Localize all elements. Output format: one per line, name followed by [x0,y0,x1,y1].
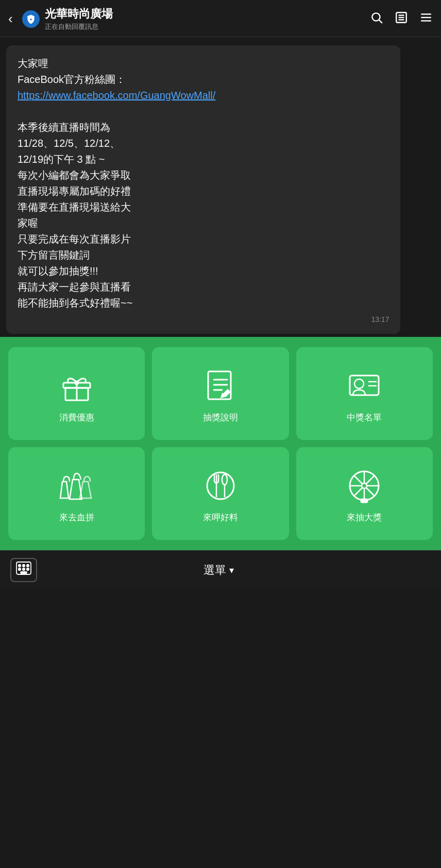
menu-item-lucky-draw[interactable]: 來抽大獎 [296,447,433,540]
svg-point-22 [207,472,234,499]
back-button[interactable]: ‹ [8,9,17,29]
food-icon [202,467,239,504]
lottery-info-label: 抽獎說明 [203,412,238,423]
menu-arrow-icon: ▾ [229,565,234,576]
wheel-icon [346,467,383,504]
menu-item-shopping[interactable]: 來去血拼 [8,447,145,540]
shield-star-icon: ★ [26,14,36,24]
shopping-label: 來去血拼 [59,512,94,523]
svg-point-1 [372,13,380,21]
svg-line-34 [354,475,363,484]
bottom-bar: 選單 ▾ [0,550,441,589]
svg-line-36 [366,475,375,484]
message-timestamp: 13:17 [18,315,389,324]
search-button[interactable] [370,11,383,27]
checklist-icon [202,367,239,404]
menu-button-label: 選單 [203,563,226,578]
channel-avatar: ★ [22,10,40,28]
food-label: 來呷好料 [203,512,238,523]
header-left: ‹ ★ 光華時尚廣場 正在自動回覆訊息 [8,6,113,31]
svg-line-35 [366,487,375,496]
svg-rect-44 [23,568,25,570]
message-content: 大家哩 FaceBook官方粉絲團： https://www.facebook.… [18,56,389,311]
svg-rect-45 [27,568,29,570]
quick-menu-section: 消費優惠 抽獎說明 [0,337,441,550]
channel-title: 光華時尚廣場 [45,6,113,22]
shopping-bags-icon [58,467,95,504]
id-card-icon [346,367,383,404]
menu-item-food[interactable]: 來呷好料 [152,447,289,540]
svg-line-2 [379,20,382,23]
svg-rect-43 [19,568,21,570]
header: ‹ ★ 光華時尚廣場 正在自動回覆訊息 [0,0,441,37]
header-text: 光華時尚廣場 正在自動回覆訊息 [45,6,113,31]
winners-label: 中獎名單 [347,412,382,423]
message-greeting: 大家哩 [18,58,48,69]
svg-line-37 [354,487,363,496]
facebook-link[interactable]: https://www.facebook.com/GuangWowMall/ [18,90,215,101]
svg-point-19 [354,379,364,388]
svg-rect-38 [361,499,367,502]
chat-area: 大家哩 FaceBook官方粉絲團： https://www.facebook.… [0,37,441,334]
header-actions [370,11,433,27]
menu-item-winners[interactable]: 中獎名單 [296,347,433,440]
facebook-label: FaceBook官方粉絲團： [18,74,126,85]
hamburger-menu-button[interactable] [419,11,433,27]
svg-point-27 [222,474,227,485]
gift-icon [58,367,95,404]
svg-rect-46 [21,572,27,573]
menu-grid: 消費優惠 抽獎說明 [8,347,433,540]
list-view-button[interactable] [395,11,408,27]
menu-item-consumption[interactable]: 消費優惠 [8,347,145,440]
keyboard-button[interactable] [10,558,37,582]
svg-text:★: ★ [29,18,32,21]
svg-rect-40 [19,565,21,567]
lucky-draw-label: 來抽大獎 [347,512,382,523]
svg-rect-41 [23,565,25,567]
message-bubble: 大家哩 FaceBook官方粉絲團： https://www.facebook.… [6,45,400,334]
menu-item-lottery-info[interactable]: 抽獎說明 [152,347,289,440]
svg-rect-42 [27,565,29,567]
svg-point-13 [75,381,78,384]
auto-reply-status: 正在自動回覆訊息 [45,22,113,31]
consumption-label: 消費優惠 [59,412,94,423]
menu-toggle-button[interactable]: 選單 ▾ [37,563,400,578]
